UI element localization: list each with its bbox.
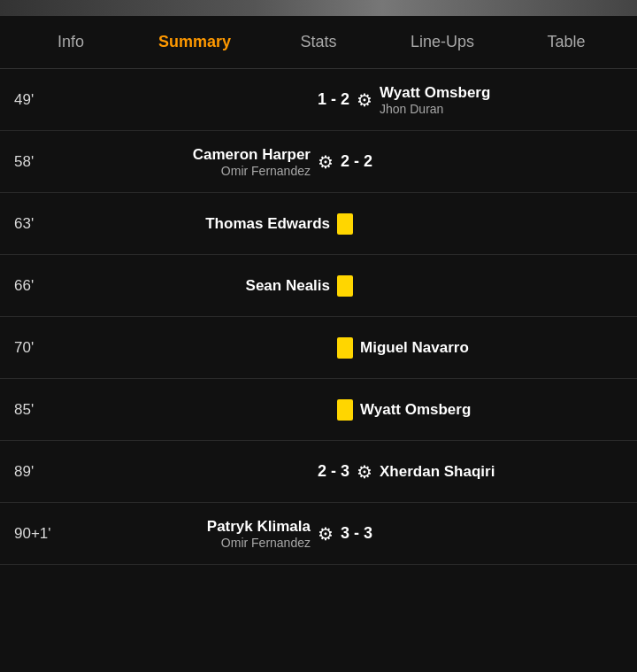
table-row: 58'Cameron HarperOmir Fernandez⚙2 - 2	[0, 131, 637, 193]
event-minute: 58'	[14, 153, 67, 171]
tab-info[interactable]: Info	[9, 24, 133, 60]
yellow-card-icon	[337, 213, 353, 235]
goal-icon: ⚙	[357, 89, 372, 111]
event-minute: 66'	[14, 277, 67, 295]
tab-table[interactable]: Table	[504, 24, 628, 60]
event-minute: 90+1'	[14, 525, 67, 543]
score-display: 2 - 3	[318, 462, 349, 481]
left-player-name: Patryk Klimala	[67, 518, 311, 536]
table-row: 63'Thomas Edwards	[0, 193, 637, 255]
left-team-info: Cameron HarperOmir Fernandez	[67, 146, 318, 178]
event-center: ⚙3 - 3	[318, 523, 372, 545]
event-center	[337, 213, 353, 235]
score-display: 1 - 2	[318, 90, 349, 109]
right-assist-name: Jhon Duran	[380, 102, 623, 116]
event-center	[337, 337, 353, 359]
table-row: 49'1 - 2⚙Wyatt OmsbergJhon Duran	[0, 69, 637, 131]
right-team-info: Xherdan Shaqiri	[372, 463, 623, 481]
event-minute: 89'	[14, 463, 67, 481]
tab-lineups[interactable]: Line-Ups	[380, 24, 504, 60]
event-center: 2 - 3⚙	[318, 461, 372, 483]
right-team-info: Miguel Navarro	[353, 339, 623, 357]
right-player-name: Wyatt Omsberg	[380, 84, 623, 102]
left-team-info: Sean Nealis	[67, 277, 337, 295]
goal-icon: ⚙	[318, 151, 334, 173]
event-center: 1 - 2⚙	[318, 89, 372, 111]
tab-stats[interactable]: Stats	[257, 24, 380, 60]
yellow-card-icon	[337, 275, 353, 297]
left-player-name: Sean Nealis	[67, 277, 330, 295]
score-display: 3 - 3	[341, 524, 372, 543]
left-team-info: Thomas Edwards	[67, 215, 337, 233]
table-row: 66'Sean Nealis	[0, 255, 637, 317]
event-center	[337, 399, 353, 421]
table-row: 85'Wyatt Omsberg	[0, 379, 637, 441]
right-player-name: Wyatt Omsberg	[360, 401, 623, 419]
yellow-card-icon	[337, 399, 353, 421]
right-player-name: Xherdan Shaqiri	[380, 463, 623, 481]
table-row: 89'2 - 3⚙Xherdan Shaqiri	[0, 441, 637, 503]
goal-icon: ⚙	[318, 523, 334, 545]
event-center: ⚙2 - 2	[318, 151, 372, 173]
right-player-name: Miguel Navarro	[360, 339, 623, 357]
left-player-name: Cameron Harper	[67, 146, 311, 164]
left-team-info: Patryk KlimalaOmir Fernandez	[67, 518, 318, 550]
right-team-info: Wyatt Omsberg	[353, 401, 623, 419]
left-assist-name: Omir Fernandez	[67, 536, 311, 550]
event-minute: 49'	[14, 91, 67, 109]
event-minute: 63'	[14, 215, 67, 233]
table-row: 70'Miguel Navarro	[0, 317, 637, 379]
event-center	[337, 275, 353, 297]
table-row: 90+1'Patryk KlimalaOmir Fernandez⚙3 - 3	[0, 503, 637, 565]
yellow-card-icon	[337, 337, 353, 359]
event-minute: 70'	[14, 339, 67, 357]
left-assist-name: Omir Fernandez	[67, 164, 311, 178]
events-list: 49'1 - 2⚙Wyatt OmsbergJhon Duran58'Camer…	[0, 69, 637, 565]
score-display: 2 - 2	[341, 152, 372, 171]
match-banner	[0, 0, 637, 16]
event-minute: 85'	[14, 401, 67, 419]
nav-tabs: Info Summary Stats Line-Ups Table	[0, 16, 637, 69]
goal-icon: ⚙	[357, 461, 372, 483]
tab-summary[interactable]: Summary	[133, 24, 257, 60]
left-player-name: Thomas Edwards	[67, 215, 330, 233]
right-team-info: Wyatt OmsbergJhon Duran	[372, 84, 623, 116]
